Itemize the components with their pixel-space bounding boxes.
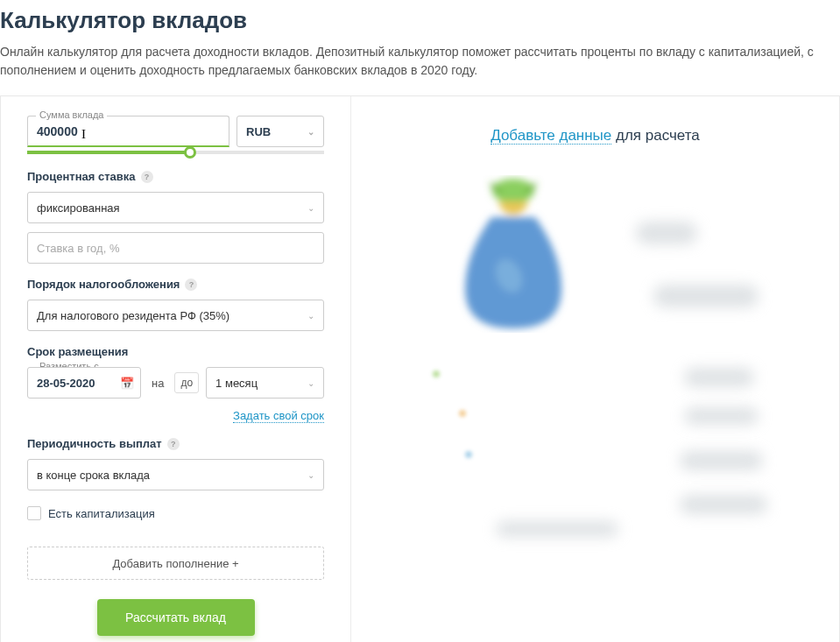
page-description: Онлайн калькулятор для расчета доходност… (0, 43, 840, 80)
term-section-label: Срок размещения (27, 345, 324, 358)
capitalization-label: Есть капитализация (48, 507, 155, 520)
page-title: Калькулятор вкладов (0, 7, 840, 34)
chevron-down-icon: ⌄ (307, 127, 314, 137)
rate-type-value: фиксированная (37, 201, 120, 215)
placeholder-bar (680, 451, 763, 470)
placeholder-bar (496, 521, 618, 537)
main-container: Сумма вклада RUB ⌄ Процентная ставка ? ф… (0, 95, 840, 642)
help-icon[interactable]: ? (185, 279, 197, 291)
do-toggle[interactable]: до (174, 372, 199, 393)
chevron-down-icon: ⌄ (307, 378, 314, 388)
payout-section-label: Периодичность выплат ? (27, 437, 324, 450)
tax-select[interactable]: Для налогового резидента РФ (35%) ⌄ (27, 300, 324, 331)
na-label: на (152, 377, 164, 390)
legend-dot (465, 451, 472, 458)
payout-value: в конце срока вклада (37, 469, 150, 482)
placeholder-bar (684, 368, 754, 387)
date-field-wrap: Разместить с 📅 (27, 367, 141, 399)
capitalization-checkbox[interactable] (27, 506, 41, 520)
currency-select[interactable]: RUB ⌄ (236, 116, 324, 147)
rate-section-label: Процентная ставка ? (27, 170, 324, 183)
tax-section-label: Порядок налогообложения ? (27, 278, 324, 291)
chevron-down-icon: ⌄ (307, 311, 314, 321)
amount-input[interactable] (27, 116, 229, 147)
legend-dot (459, 410, 466, 417)
custom-term-link[interactable]: Задать свой срок (233, 409, 324, 423)
placeholder-bar (653, 285, 759, 307)
amount-field-wrap: Сумма вклада (27, 116, 229, 147)
slider-thumb[interactable] (184, 146, 196, 159)
slider-fill (27, 151, 190, 154)
add-data-link[interactable]: Добавьте данные (491, 127, 611, 145)
currency-value: RUB (246, 125, 271, 138)
add-deposit-button[interactable]: Добавить пополнение + (27, 547, 324, 580)
help-icon[interactable]: ? (167, 438, 180, 450)
placeholder-bar (636, 222, 697, 244)
help-icon[interactable]: ? (141, 171, 153, 183)
amount-label: Сумма вклада (36, 109, 107, 120)
rate-input[interactable] (27, 232, 324, 264)
money-bag-icon (439, 175, 588, 333)
result-placeholder-area (378, 171, 813, 486)
payout-select[interactable]: в конце срока вклада ⌄ (27, 459, 324, 490)
result-title: Добавьте данные для расчета (491, 127, 700, 145)
calculate-button[interactable]: Рассчитать вклад (97, 599, 255, 636)
legend-dot (433, 370, 440, 377)
amount-slider[interactable] (27, 151, 324, 154)
placeholder-bar (680, 495, 767, 514)
form-panel: Сумма вклада RUB ⌄ Процентная ставка ? ф… (1, 96, 351, 642)
custom-term-row: Задать свой срок (27, 407, 324, 423)
chevron-down-icon: ⌄ (307, 203, 314, 213)
result-panel: Добавьте данные для расчета (351, 96, 839, 642)
calendar-icon[interactable]: 📅 (120, 377, 134, 390)
tax-value: Для налогового резидента РФ (35%) (37, 309, 229, 322)
chevron-down-icon: ⌄ (307, 470, 314, 480)
placeholder-bar (684, 407, 759, 425)
term-period-value: 1 месяц (215, 377, 258, 390)
rate-type-select[interactable]: фиксированная ⌄ (27, 192, 324, 223)
term-period-select[interactable]: 1 месяц ⌄ (206, 367, 324, 399)
capitalization-row: Есть капитализация (27, 506, 324, 520)
